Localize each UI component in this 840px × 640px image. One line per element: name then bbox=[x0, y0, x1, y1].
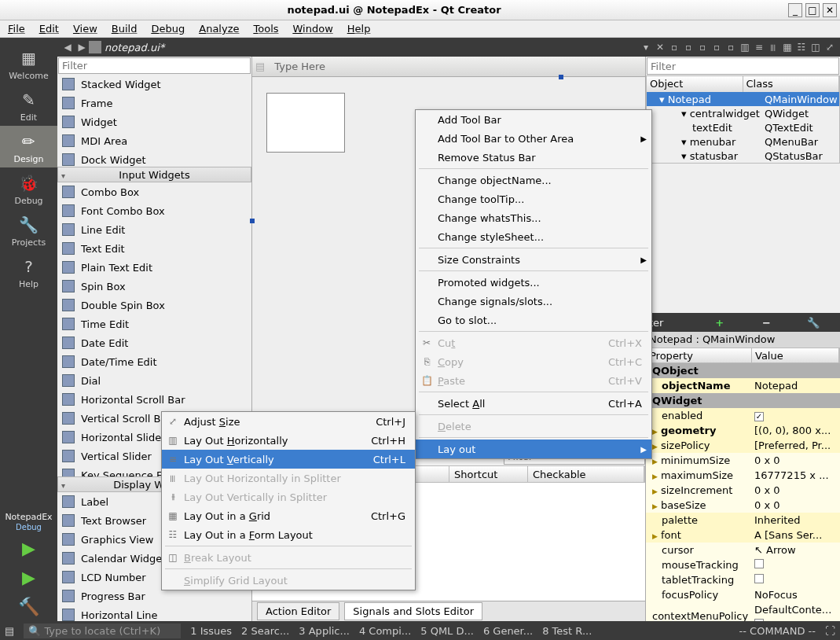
widget-item[interactable]: Line Edit bbox=[57, 220, 251, 239]
add-property-icon[interactable]: + bbox=[696, 317, 743, 329]
widget-item[interactable]: Date Edit bbox=[57, 333, 251, 352]
output-pane-tab[interactable]: 2 Searc... bbox=[241, 625, 289, 637]
object-row[interactable]: ▾ NotepadQMainWindow bbox=[647, 92, 839, 106]
widget-item[interactable]: Date/Time Edit bbox=[57, 352, 251, 371]
menu-help[interactable]: Help bbox=[347, 23, 371, 35]
resize-handle[interactable] bbox=[559, 75, 563, 79]
object-row[interactable]: ▾ menubarQMenuBar bbox=[647, 134, 839, 149]
menu-item[interactable]: Lay out▶ bbox=[416, 440, 651, 458]
widgetbox-group[interactable]: Input Widgets bbox=[57, 167, 251, 182]
property-row[interactable]: ▶sizePolicy[Preferred, Pr... bbox=[646, 438, 840, 453]
back-icon[interactable]: ◀ bbox=[61, 42, 75, 53]
property-row[interactable]: tabletTracking bbox=[646, 572, 840, 587]
property-row[interactable]: QWidget bbox=[646, 393, 840, 408]
menu-item[interactable]: Promoted widgets... bbox=[416, 273, 651, 292]
nav-design[interactable]: ✏Design bbox=[0, 126, 57, 167]
menu-window[interactable]: Window bbox=[293, 23, 333, 35]
nav-help[interactable]: ?Help bbox=[0, 251, 57, 292]
menu-build[interactable]: Build bbox=[112, 23, 138, 35]
menu-item[interactable]: Go to slot... bbox=[416, 311, 651, 329]
adjust-size-icon[interactable]: ⤢ bbox=[823, 42, 837, 53]
widget-item[interactable]: Widget bbox=[57, 112, 251, 131]
sidebar-toggle-icon[interactable]: ▤ bbox=[5, 625, 14, 637]
debug-run-button[interactable]: ▶ bbox=[22, 568, 35, 587]
close-button[interactable]: ✕ bbox=[823, 3, 837, 17]
toolbar-btn[interactable]: ▫ bbox=[724, 42, 738, 53]
object-filter[interactable] bbox=[647, 57, 839, 75]
resize-handle[interactable] bbox=[250, 219, 255, 223]
menu-item[interactable]: Add Tool Bar to Other Area▶ bbox=[416, 129, 651, 148]
layout-v-icon[interactable]: ≡ bbox=[752, 42, 766, 53]
menu-item[interactable]: Change signals/slots... bbox=[416, 292, 651, 311]
object-tree[interactable]: Object Class ▾ NotepadQMainWindow▾ centr… bbox=[646, 75, 840, 164]
menu-item[interactable]: ▦Lay Out in a GridCtrl+G bbox=[162, 506, 415, 525]
menu-item[interactable]: Change toolTip... bbox=[416, 189, 651, 208]
property-row[interactable]: mouseTracking bbox=[646, 557, 840, 572]
menu-item[interactable]: Change whatsThis... bbox=[416, 208, 651, 227]
property-row[interactable]: paletteInherited bbox=[646, 513, 840, 528]
menu-item[interactable]: Add Tool Bar bbox=[416, 110, 651, 129]
context-menu[interactable]: Add Tool BarAdd Tool Bar to Other Area▶R… bbox=[415, 109, 652, 459]
property-row[interactable]: ▶minimumSize0 x 0 bbox=[646, 453, 840, 468]
menu-edit[interactable]: Edit bbox=[39, 23, 59, 35]
tab-action-editor[interactable]: Action Editor bbox=[257, 602, 339, 620]
layout-h-icon[interactable]: ▥ bbox=[738, 42, 752, 53]
property-row[interactable]: contextMenuPolicyDefaultConte... bbox=[646, 602, 840, 617]
nav-edit[interactable]: ✎Edit bbox=[0, 84, 57, 126]
menu-item[interactable]: ☷Lay Out in a Form Layout bbox=[162, 525, 415, 544]
widget-item[interactable]: Dial bbox=[57, 371, 251, 390]
project-selector[interactable]: NotepadExDebug bbox=[5, 512, 52, 532]
maximize-button[interactable]: □ bbox=[805, 3, 820, 17]
toolbar-btn[interactable]: ▫ bbox=[681, 42, 695, 53]
widgetbox-filter[interactable] bbox=[58, 57, 251, 74]
toolbar-btn[interactable]: ▫ bbox=[667, 42, 681, 53]
property-filter[interactable]: ter bbox=[649, 317, 696, 329]
layout-grid-icon[interactable]: ▦ bbox=[780, 42, 794, 53]
break-layout-icon[interactable]: ◫ bbox=[809, 42, 823, 53]
menu-item[interactable]: ▥Lay Out HorizontallyCtrl+H bbox=[162, 431, 415, 450]
object-row[interactable]: textEditQTextEdit bbox=[647, 120, 839, 134]
widget-item[interactable]: Text Edit bbox=[57, 239, 251, 258]
nav-debug[interactable]: 🐞Debug bbox=[0, 167, 57, 209]
widget-item[interactable]: Frame bbox=[57, 94, 251, 112]
widget-item[interactable]: Time Edit bbox=[57, 314, 251, 333]
toolbar-btn[interactable]: ▫ bbox=[710, 42, 724, 53]
widget-item[interactable]: Stacked Widget bbox=[57, 75, 251, 94]
property-row[interactable]: QObject bbox=[646, 363, 840, 378]
nav-projects[interactable]: 🔧Projects bbox=[0, 209, 57, 251]
menu-item[interactable]: ≡Lay Out VerticallyCtrl+L bbox=[162, 450, 415, 469]
property-list[interactable]: QObjectobjectNameNotepadQWidgetenabled✓▶… bbox=[646, 363, 840, 621]
output-pane-tab[interactable]: 8 Test R... bbox=[542, 625, 592, 637]
menu-item[interactable]: Change objectName... bbox=[416, 171, 651, 189]
tab-signals-slots[interactable]: Signals and Slots Editor bbox=[344, 602, 482, 620]
menu-file[interactable]: File bbox=[8, 23, 25, 35]
widget-item[interactable]: Spin Box bbox=[57, 277, 251, 296]
menu-item[interactable]: Size Constraints▶ bbox=[416, 250, 651, 269]
object-row[interactable]: ▾ statusbarQStatusBar bbox=[647, 149, 839, 163]
locator-input[interactable]: 🔍 Type to locate (Ctrl+K) bbox=[24, 623, 181, 638]
property-row[interactable]: enabled✓ bbox=[646, 408, 840, 423]
widget-item[interactable]: MDI Area bbox=[57, 131, 251, 150]
file-tab[interactable]: notepad.ui* bbox=[105, 42, 639, 53]
menu-item[interactable]: Change styleSheet... bbox=[416, 227, 651, 246]
property-row[interactable]: ▶sizeIncrement0 x 0 bbox=[646, 483, 840, 498]
menu-analyze[interactable]: Analyze bbox=[199, 23, 239, 35]
property-row[interactable]: ▶baseSize0 x 0 bbox=[646, 498, 840, 513]
menu-item[interactable]: ⤢Adjust SizeCtrl+J bbox=[162, 412, 415, 431]
widget-item[interactable]: Font Combo Box bbox=[57, 201, 251, 220]
run-button[interactable]: ▶ bbox=[22, 539, 35, 558]
menu-item[interactable]: Remove Status Bar bbox=[416, 148, 651, 167]
nav-welcome[interactable]: ▦Welcome bbox=[0, 42, 57, 84]
minimize-button[interactable]: _ bbox=[788, 3, 802, 17]
output-pane-tab[interactable]: 1 Issues bbox=[190, 625, 232, 637]
menu-tools[interactable]: Tools bbox=[253, 23, 278, 35]
build-button[interactable]: 🔨 bbox=[18, 597, 39, 616]
expand-icon[interactable]: ⛶ bbox=[825, 625, 835, 637]
menu-view[interactable]: View bbox=[73, 23, 97, 35]
settings-icon[interactable]: 🔧 bbox=[790, 317, 837, 329]
output-pane-tab[interactable]: 3 Applic... bbox=[299, 625, 350, 637]
property-row[interactable]: ▶geometry[(0, 0), 800 x... bbox=[646, 423, 840, 438]
widget-item[interactable]: Plain Text Edit bbox=[57, 258, 251, 277]
widget-item[interactable]: Double Spin Box bbox=[57, 296, 251, 314]
property-row[interactable]: ▶fontA [Sans Ser... bbox=[646, 528, 840, 543]
